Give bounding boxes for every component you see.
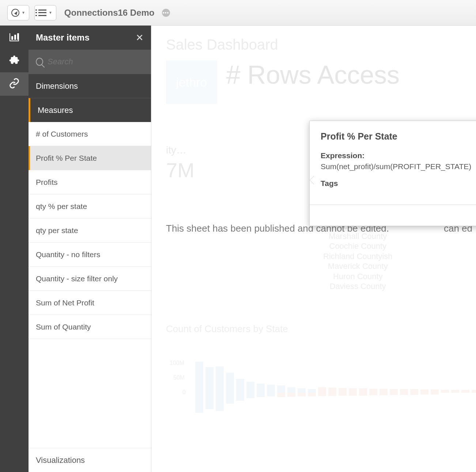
section-dimensions[interactable]: Dimensions xyxy=(29,74,151,98)
master-items-panel: Master items ✕ Dimensions Measures # of … xyxy=(29,26,151,472)
measure-item[interactable]: Profit % Per State xyxy=(29,146,151,170)
bar-chart-icon xyxy=(10,33,19,41)
app-title: Qonnections16 Demo xyxy=(64,8,155,18)
compass-icon xyxy=(11,9,19,17)
popover-tags-label: Tags xyxy=(321,179,476,188)
chevron-down-icon: ▼ xyxy=(22,11,25,15)
more-icon[interactable]: ••• xyxy=(162,9,170,17)
link-icon xyxy=(9,78,20,90)
cloud-label: Huron County xyxy=(323,271,393,282)
section-measures[interactable]: Measures xyxy=(29,98,151,122)
measure-item[interactable]: # of Customers xyxy=(29,122,151,146)
chart-caption: Count of Customers by State xyxy=(166,323,288,335)
section-visualizations[interactable]: Visualizations xyxy=(29,448,151,472)
measure-item[interactable]: Quantity - size filter only xyxy=(29,267,151,291)
chevron-down-icon: ▼ xyxy=(49,11,52,15)
popover-expression: Sum(net_profit)/sum(PROFIT_PER_STATE) xyxy=(321,162,476,171)
measure-item[interactable]: Sum of Quantity xyxy=(29,315,151,339)
left-rail xyxy=(0,26,29,472)
measure-item[interactable]: Sum of Net Profit xyxy=(29,291,151,315)
rail-extensions[interactable] xyxy=(0,49,29,72)
panel-search xyxy=(29,50,151,74)
measure-item[interactable]: qty per state xyxy=(29,218,151,243)
popover-title: Profit % Per State xyxy=(321,131,476,142)
logo-box: jethro xyxy=(166,60,217,104)
y-tick: 100M xyxy=(170,360,184,366)
sheet-title: Sales Dashboard xyxy=(166,37,476,53)
y-tick: 0 xyxy=(182,389,186,396)
measure-item[interactable]: Profits xyxy=(29,170,151,194)
measure-item[interactable]: Quantity - no filters xyxy=(29,243,151,267)
navigate-button[interactable]: ▼ xyxy=(7,5,29,20)
cloud-label: Coochie County xyxy=(323,241,393,251)
cloud-label: Daviess County xyxy=(323,281,393,292)
popover-expression-label: Expression: xyxy=(321,151,476,160)
sheet-canvas: Sales Dashboard jethro # Rows Access ity… xyxy=(151,26,476,472)
search-input[interactable] xyxy=(48,57,144,66)
puzzle-icon xyxy=(8,54,20,67)
cloud-label: Maverick County xyxy=(323,261,393,271)
search-icon xyxy=(36,58,43,66)
y-tick: 50M xyxy=(173,374,185,381)
close-icon[interactable]: ✕ xyxy=(136,32,144,43)
menu-button[interactable]: ▼ xyxy=(34,5,56,20)
measure-item[interactable]: qty % per state xyxy=(29,194,151,218)
kpi-main: # Rows Access xyxy=(226,60,400,90)
panel-header: Master items ✕ xyxy=(29,26,151,50)
measure-popover: Profit % Per State Expression: Sum(net_p… xyxy=(309,121,476,226)
cloud-label: Richland Countyish xyxy=(323,251,393,262)
app-toolbar: ▼ ▼ Qonnections16 Demo ••• xyxy=(0,0,476,26)
panel-title: Master items xyxy=(36,33,90,43)
rail-charts[interactable] xyxy=(0,26,29,49)
list-icon xyxy=(38,9,46,16)
bars-positive xyxy=(195,362,476,393)
rail-master-items[interactable] xyxy=(0,72,29,96)
bars-negative xyxy=(195,393,439,413)
